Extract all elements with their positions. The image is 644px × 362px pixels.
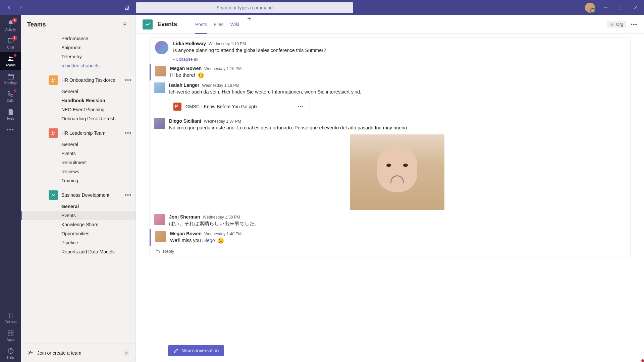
rail-label: Help xyxy=(7,356,14,359)
rail-files[interactable]: Files xyxy=(0,105,21,123)
gif-attachment[interactable] xyxy=(350,134,444,210)
team-more-button[interactable]: ••• xyxy=(125,77,131,83)
new-conversation-button[interactable]: New conversation xyxy=(168,345,224,356)
nav-forward-button[interactable] xyxy=(16,3,25,12)
message-text: Is anyone planning to attend the global … xyxy=(173,47,625,54)
message-author: Isaiah Langer xyxy=(169,82,199,88)
smile-emoji-icon xyxy=(198,72,204,78)
channel-item[interactable]: General xyxy=(21,202,136,211)
rail-get-app[interactable]: Get app xyxy=(0,309,21,326)
channel-item[interactable]: NEO Event Planning xyxy=(21,105,136,114)
chat-badge: 1 xyxy=(12,36,17,41)
rail-activity[interactable]: Activity 4 xyxy=(0,16,21,34)
channel-item[interactable]: Recruitment xyxy=(21,158,136,167)
channel-more-button[interactable]: ••• xyxy=(631,21,637,27)
add-tab-button[interactable]: + xyxy=(246,15,253,34)
reply-message[interactable]: Joni Sherman Wednesday 1:38 PM はい、それは素晴ら… xyxy=(150,212,630,229)
channel-item[interactable]: Knowledge Share xyxy=(21,220,136,229)
rail-label: Calls xyxy=(7,99,14,103)
calendar-icon xyxy=(7,72,15,80)
rail-help[interactable]: ? Help xyxy=(0,344,21,362)
team-more-button[interactable]: ••• xyxy=(125,192,131,198)
team-row[interactable]: HR Onboarding Taskforce ••• xyxy=(21,73,136,87)
reply-button[interactable]: Reply xyxy=(150,246,630,257)
reply-message[interactable]: Megan Bowen Wednesday 1:40 PM We'll miss… xyxy=(151,229,630,246)
channel-item[interactable]: Reports and Data Models xyxy=(21,247,136,256)
channel-item[interactable]: Shiproom xyxy=(21,43,136,52)
teams-icon xyxy=(7,55,15,63)
tab-wiki[interactable]: Wiki xyxy=(230,15,239,34)
team-row[interactable]: HR Leadership Team ••• xyxy=(21,126,136,140)
channel-item[interactable]: Handbook Revision xyxy=(21,96,136,105)
thread-root-message[interactable]: Lidia Holloway Wednesday 1:10 PM Is anyo… xyxy=(150,38,630,56)
nav-back-button[interactable] xyxy=(5,3,14,12)
rail-teams[interactable]: Teams xyxy=(0,52,21,70)
window-maximize-button[interactable] xyxy=(614,1,627,14)
window-minimize-button[interactable] xyxy=(599,1,612,14)
team-name: HR Onboarding Taskforce xyxy=(61,77,125,83)
channel-item[interactable]: Telemetry xyxy=(21,52,136,61)
phone-icon xyxy=(7,90,15,98)
svg-rect-10 xyxy=(8,331,10,333)
rail-calls[interactable]: Calls xyxy=(0,87,21,105)
svg-point-17 xyxy=(54,79,55,80)
rail-label: Teams xyxy=(6,63,15,67)
hidden-channels-link[interactable]: 5 hidden channels xyxy=(21,61,136,70)
reply-message[interactable]: Isaiah Langer Wednesday 1:18 PM Ich werd… xyxy=(150,80,630,116)
channel-item[interactable]: Pipeline xyxy=(21,238,136,247)
svg-rect-9 xyxy=(9,313,12,318)
team-name: HR Leadership Team xyxy=(61,130,125,136)
channel-title: Events xyxy=(157,21,177,28)
reply-message[interactable]: Diego Siciliani Wednesday 1:37 PM No cre… xyxy=(150,116,630,212)
reply-message[interactable]: Megan Bowen Wednesday 1:10 PM I'll be th… xyxy=(151,64,630,80)
attachment-more-button[interactable]: ••• xyxy=(296,104,306,109)
svg-point-18 xyxy=(52,131,53,133)
user-avatar[interactable] xyxy=(585,3,595,13)
message-author: Lidia Holloway xyxy=(173,41,206,46)
rail-label: Apps xyxy=(7,338,14,342)
message-avatar xyxy=(155,231,166,242)
mobile-icon xyxy=(7,311,15,319)
window-close-button[interactable] xyxy=(629,1,642,14)
rail-apps[interactable]: Apps xyxy=(0,326,21,344)
channel-item[interactable]: General xyxy=(21,140,136,149)
titlebar xyxy=(0,0,644,15)
message-avatar xyxy=(154,118,165,129)
file-attachment[interactable]: GMSC - Know Before You Go.pptx ••• xyxy=(169,99,310,114)
collapse-all-link[interactable]: Collapse all xyxy=(173,57,198,62)
rail-meetings[interactable]: Meetings xyxy=(0,70,21,87)
teams-badge-dot xyxy=(14,54,16,57)
message-text: Ich werde auch da sein. Hier finden Sie … xyxy=(169,88,625,95)
eye-icon xyxy=(610,22,614,27)
main-content: Events Posts Files Wiki + Org ••• xyxy=(136,15,644,362)
mention-link[interactable]: Diego xyxy=(202,238,215,243)
channel-item[interactable]: Onboarding Deck Refresh xyxy=(21,114,136,123)
rail-more[interactable]: ••• xyxy=(0,123,21,136)
filter-button[interactable] xyxy=(120,20,129,29)
channel-item-selected[interactable]: Events xyxy=(21,211,136,220)
message-avatar xyxy=(154,82,165,93)
channel-item[interactable]: Events xyxy=(21,149,136,158)
app-rail: Activity 4 Chat 1 Teams Meetings Calls F… xyxy=(0,15,21,362)
channel-item[interactable]: Training xyxy=(21,176,136,185)
new-chat-button[interactable] xyxy=(122,3,132,12)
channel-item[interactable]: Performance xyxy=(21,34,136,43)
channel-item[interactable]: Opportunities xyxy=(21,229,136,238)
message-author: Megan Bowen xyxy=(170,66,202,71)
team-more-button[interactable]: ••• xyxy=(125,130,131,136)
team-row[interactable]: Business Development ••• xyxy=(21,188,136,202)
svg-point-3 xyxy=(9,57,11,59)
org-badge[interactable]: Org xyxy=(607,21,626,28)
org-label: Org xyxy=(616,22,624,27)
tab-posts[interactable]: Posts xyxy=(195,15,207,34)
tab-files[interactable]: Files xyxy=(214,15,224,34)
rail-chat[interactable]: Chat 1 xyxy=(0,34,21,52)
channel-item[interactable]: Reviews xyxy=(21,167,136,176)
settings-button[interactable] xyxy=(123,350,129,356)
message-list[interactable]: Lidia Holloway Wednesday 1:10 PM Is anyo… xyxy=(136,34,644,342)
people-add-icon xyxy=(27,350,34,356)
search-input[interactable] xyxy=(136,2,353,13)
join-create-team-button[interactable]: Join or create a team xyxy=(27,350,82,356)
channel-item[interactable]: General xyxy=(21,87,136,96)
svg-rect-13 xyxy=(11,334,13,336)
